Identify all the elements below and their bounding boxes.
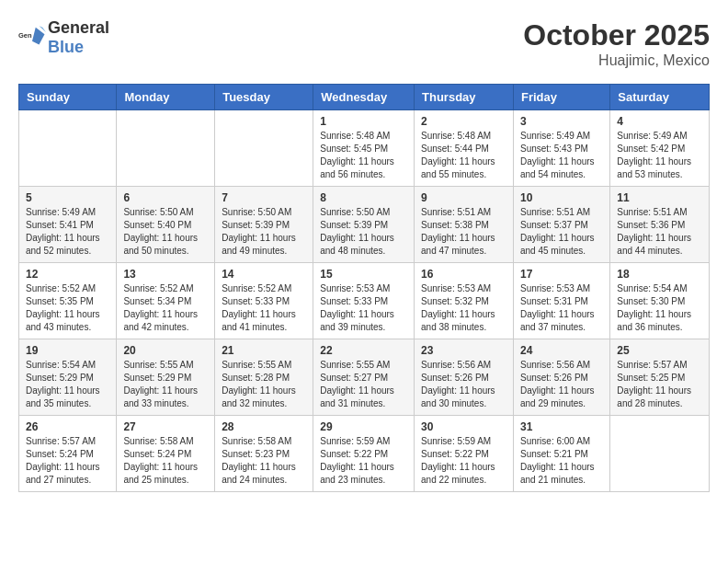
day-info: Sunrise: 5:52 AM Sunset: 5:34 PM Dayligh… [123,282,208,334]
day-number: 5 [26,191,109,204]
day-info: Sunrise: 5:59 AM Sunset: 5:22 PM Dayligh… [421,435,506,487]
calendar-cell: 2Sunrise: 5:48 AM Sunset: 5:44 PM Daylig… [415,110,514,187]
calendar-cell: 24Sunrise: 5:56 AM Sunset: 5:26 PM Dayli… [513,339,609,416]
day-info: Sunrise: 5:50 AM Sunset: 5:39 PM Dayligh… [222,206,306,258]
calendar-cell: 13Sunrise: 5:52 AM Sunset: 5:34 PM Dayli… [117,263,215,339]
calendar-cell: 21Sunrise: 5:55 AM Sunset: 5:28 PM Dayli… [215,339,313,416]
calendar-cell: 30Sunrise: 5:59 AM Sunset: 5:22 PM Dayli… [415,416,514,492]
calendar-week-1: 1Sunrise: 5:48 AM Sunset: 5:45 PM Daylig… [19,110,710,187]
day-info: Sunrise: 5:48 AM Sunset: 5:44 PM Dayligh… [421,130,506,181]
day-info: Sunrise: 5:58 AM Sunset: 5:23 PM Dayligh… [222,435,306,487]
calendar-cell: 4Sunrise: 5:49 AM Sunset: 5:42 PM Daylig… [610,110,710,187]
day-info: Sunrise: 5:48 AM Sunset: 5:45 PM Dayligh… [320,130,407,181]
day-number: 1 [320,115,407,128]
calendar-cell: 22Sunrise: 5:55 AM Sunset: 5:27 PM Dayli… [313,339,415,416]
calendar-cell: 8Sunrise: 5:50 AM Sunset: 5:39 PM Daylig… [313,187,415,263]
day-number: 3 [520,115,603,128]
weekday-header-thursday: Thursday [415,85,514,110]
day-number: 21 [222,344,306,357]
location: Huajimic, Mexico [523,52,710,69]
calendar-cell: 27Sunrise: 5:58 AM Sunset: 5:24 PM Dayli… [117,416,215,492]
day-number: 16 [421,268,506,281]
day-number: 26 [26,420,109,433]
day-info: Sunrise: 5:49 AM Sunset: 5:43 PM Dayligh… [520,130,603,181]
calendar-cell: 26Sunrise: 5:57 AM Sunset: 5:24 PM Dayli… [19,416,117,492]
calendar-cell: 3Sunrise: 5:49 AM Sunset: 5:43 PM Daylig… [513,110,609,187]
calendar-cell: 18Sunrise: 5:54 AM Sunset: 5:30 PM Dayli… [610,263,710,339]
day-number: 30 [421,420,506,433]
day-number: 2 [421,115,506,128]
day-number: 27 [123,420,208,433]
day-number: 13 [123,268,208,281]
calendar-cell [117,110,215,187]
weekday-header-sunday: Sunday [19,85,117,110]
day-number: 15 [320,268,407,281]
calendar-cell: 17Sunrise: 5:53 AM Sunset: 5:31 PM Dayli… [513,263,609,339]
calendar-week-4: 19Sunrise: 5:54 AM Sunset: 5:29 PM Dayli… [19,339,710,416]
calendar-cell: 15Sunrise: 5:53 AM Sunset: 5:33 PM Dayli… [313,263,415,339]
calendar-cell: 28Sunrise: 5:58 AM Sunset: 5:23 PM Dayli… [215,416,313,492]
weekday-header-friday: Friday [513,85,609,110]
day-info: Sunrise: 5:52 AM Sunset: 5:35 PM Dayligh… [26,282,109,334]
day-number: 20 [123,344,208,357]
page-header: Gen General Blue October 2025 Huajimic, … [18,18,710,69]
calendar-week-2: 5Sunrise: 5:49 AM Sunset: 5:41 PM Daylig… [19,187,710,263]
calendar-week-3: 12Sunrise: 5:52 AM Sunset: 5:35 PM Dayli… [19,263,710,339]
day-info: Sunrise: 5:50 AM Sunset: 5:39 PM Dayligh… [320,206,407,258]
day-number: 25 [617,344,702,357]
day-info: Sunrise: 5:53 AM Sunset: 5:33 PM Dayligh… [320,282,407,334]
calendar-cell [215,110,313,187]
calendar-cell: 1Sunrise: 5:48 AM Sunset: 5:45 PM Daylig… [313,110,415,187]
day-info: Sunrise: 5:57 AM Sunset: 5:25 PM Dayligh… [617,359,702,410]
day-number: 12 [26,268,109,281]
day-info: Sunrise: 5:54 AM Sunset: 5:29 PM Dayligh… [26,359,109,410]
weekday-header-wednesday: Wednesday [313,85,415,110]
calendar-cell: 5Sunrise: 5:49 AM Sunset: 5:41 PM Daylig… [19,187,117,263]
day-info: Sunrise: 5:53 AM Sunset: 5:32 PM Dayligh… [421,282,506,334]
calendar-cell: 16Sunrise: 5:53 AM Sunset: 5:32 PM Dayli… [415,263,514,339]
weekday-header-monday: Monday [117,85,215,110]
month-title: October 2025 [523,18,710,52]
calendar-cell: 7Sunrise: 5:50 AM Sunset: 5:39 PM Daylig… [215,187,313,263]
day-number: 23 [421,344,506,357]
weekday-header-saturday: Saturday [610,85,710,110]
day-number: 11 [617,191,702,204]
calendar-cell: 20Sunrise: 5:55 AM Sunset: 5:29 PM Dayli… [117,339,215,416]
day-info: Sunrise: 5:51 AM Sunset: 5:38 PM Dayligh… [421,206,506,258]
day-info: Sunrise: 5:59 AM Sunset: 5:22 PM Dayligh… [320,435,407,487]
day-info: Sunrise: 5:52 AM Sunset: 5:33 PM Dayligh… [222,282,306,334]
calendar-cell [19,110,117,187]
logo-blue: Blue [48,38,84,56]
day-info: Sunrise: 5:53 AM Sunset: 5:31 PM Dayligh… [520,282,603,334]
calendar-cell: 9Sunrise: 5:51 AM Sunset: 5:38 PM Daylig… [415,187,514,263]
day-info: Sunrise: 5:49 AM Sunset: 5:42 PM Dayligh… [617,130,702,181]
day-number: 4 [617,115,702,128]
day-number: 22 [320,344,407,357]
day-info: Sunrise: 5:58 AM Sunset: 5:24 PM Dayligh… [123,435,208,487]
day-number: 14 [222,268,306,281]
calendar-cell [610,416,710,492]
day-info: Sunrise: 5:56 AM Sunset: 5:26 PM Dayligh… [421,359,506,410]
day-info: Sunrise: 5:56 AM Sunset: 5:26 PM Dayligh… [520,359,603,410]
day-number: 7 [222,191,306,204]
calendar-cell: 6Sunrise: 5:50 AM Sunset: 5:40 PM Daylig… [117,187,215,263]
day-number: 17 [520,268,603,281]
calendar-cell: 25Sunrise: 5:57 AM Sunset: 5:25 PM Dayli… [610,339,710,416]
day-number: 9 [421,191,506,204]
svg-text:Gen: Gen [18,31,32,40]
day-info: Sunrise: 5:54 AM Sunset: 5:30 PM Dayligh… [617,282,702,334]
day-info: Sunrise: 5:51 AM Sunset: 5:36 PM Dayligh… [617,206,702,258]
day-info: Sunrise: 5:55 AM Sunset: 5:28 PM Dayligh… [222,359,306,410]
day-info: Sunrise: 5:51 AM Sunset: 5:37 PM Dayligh… [520,206,603,258]
day-number: 19 [26,344,109,357]
calendar-week-5: 26Sunrise: 5:57 AM Sunset: 5:24 PM Dayli… [19,416,710,492]
logo-general: General [48,18,109,37]
title-block: October 2025 Huajimic, Mexico [523,18,710,69]
calendar-table: SundayMondayTuesdayWednesdayThursdayFrid… [18,84,710,492]
calendar-cell: 29Sunrise: 5:59 AM Sunset: 5:22 PM Dayli… [313,416,415,492]
calendar-cell: 23Sunrise: 5:56 AM Sunset: 5:26 PM Dayli… [415,339,514,416]
day-number: 28 [222,420,306,433]
day-info: Sunrise: 5:50 AM Sunset: 5:40 PM Dayligh… [123,206,208,258]
calendar-cell: 14Sunrise: 5:52 AM Sunset: 5:33 PM Dayli… [215,263,313,339]
calendar-cell: 10Sunrise: 5:51 AM Sunset: 5:37 PM Dayli… [513,187,609,263]
